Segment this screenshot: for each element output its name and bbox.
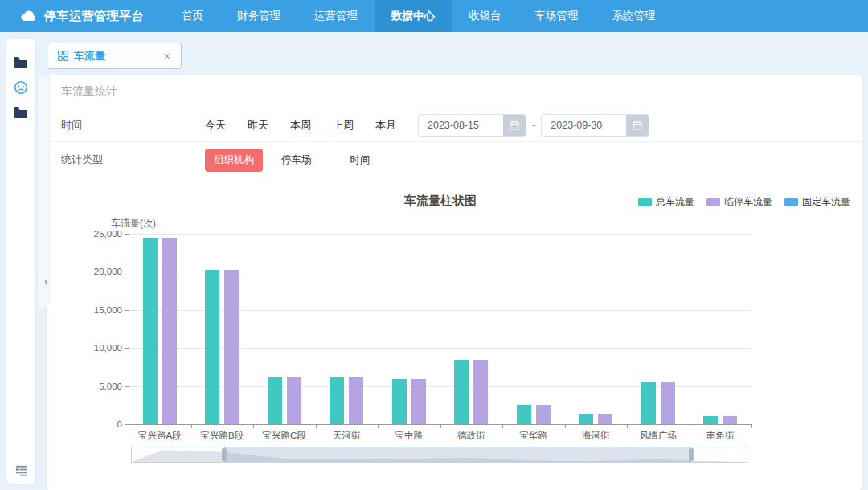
data-zoom-handle-left[interactable] [222, 448, 227, 461]
bar-总车流量-天河街[interactable] [330, 377, 344, 424]
date-from-input[interactable] [419, 115, 503, 136]
y-axis-tick [125, 234, 129, 235]
y-axis-tick [125, 348, 129, 349]
app-title: 停车运营管理平台 [44, 9, 144, 24]
gridline [129, 272, 751, 272]
bar-总车流量-南角街[interactable] [703, 416, 718, 424]
category-label: 德政街 [440, 430, 503, 442]
traffic-stats-panel: 车流量统计 时间 今天 昨天 本周 上周 本月 [47, 75, 862, 490]
legend-item-temporary[interactable]: 临停车流量 [706, 195, 772, 209]
quick-option-yesterday[interactable]: 昨天 [248, 118, 268, 133]
time-filter-label: 时间 [61, 118, 205, 133]
top-bar: 停车运营管理平台 首页 财务管理 运营管理 数据中心 收银台 车场管理 系统管理 [0, 0, 868, 32]
main-nav: 首页 财务管理 运营管理 数据中心 收银台 车场管理 系统管理 [165, 0, 673, 32]
nav-item-operations[interactable]: 运营管理 [297, 0, 375, 32]
folder-open-icon[interactable] [14, 105, 28, 120]
date-range-separator: - [532, 119, 535, 131]
data-zoom-handle-right[interactable] [689, 448, 694, 461]
x-axis-tick [751, 424, 752, 428]
y-tick-label: 15,000 [80, 305, 122, 315]
bar-临停车流量-天河街[interactable] [349, 377, 363, 424]
face-icon[interactable] [14, 80, 28, 95]
type-option-organization[interactable]: 组织机构 [205, 149, 263, 172]
icon-rail [6, 39, 35, 484]
bar-总车流量-风情广场[interactable] [641, 382, 656, 424]
x-axis-tick [191, 424, 192, 428]
bar-临停车流量-海河街[interactable] [598, 414, 612, 424]
bar-总车流量-宝华路[interactable] [517, 405, 531, 424]
category-label: 天河街 [316, 430, 379, 442]
date-to-box [541, 114, 649, 137]
category-label: 宝兴路C段 [253, 430, 316, 442]
legend-swatch-total [638, 198, 652, 206]
calendar-icon [510, 120, 519, 130]
nav-item-finance[interactable]: 财务管理 [220, 0, 297, 32]
gridline [129, 234, 751, 235]
bar-总车流量-宝兴路A段[interactable] [143, 238, 158, 424]
bar-临停车流量-宝兴路B段[interactable] [224, 270, 239, 424]
x-axis-tick [502, 424, 503, 428]
bar-总车流量-宝兴路B段[interactable] [205, 270, 219, 424]
bar-临停车流量-宝华路[interactable] [536, 405, 551, 424]
nav-item-home[interactable]: 首页 [165, 0, 220, 32]
tab-label: 车流量 [74, 49, 162, 63]
folder-icon[interactable] [14, 55, 28, 70]
bar-总车流量-海河街[interactable] [579, 414, 593, 424]
stat-type-label: 统计类型 [61, 153, 205, 167]
date-to-input[interactable] [542, 115, 626, 136]
quick-date-options: 今天 昨天 本周 上周 本月 [205, 118, 396, 133]
tab-traffic-flow[interactable]: 车流量 × [47, 43, 182, 69]
panel-heading: 车流量统计 [47, 75, 862, 108]
date-to-calendar-button[interactable] [626, 115, 649, 136]
x-axis-tick [316, 424, 317, 428]
data-zoom-window[interactable] [224, 447, 691, 462]
data-zoom-slider[interactable] [131, 447, 747, 463]
x-axis-tick [378, 424, 379, 428]
legend-item-total[interactable]: 总车流量 [638, 195, 694, 209]
bar-总车流量-宝中路[interactable] [392, 379, 407, 424]
bar-临停车流量-德政街[interactable] [473, 360, 488, 424]
category-label: 南角街 [690, 430, 752, 442]
y-axis-tick [125, 310, 129, 311]
bar-临停车流量-风情广场[interactable] [661, 382, 675, 424]
bar-总车流量-德政街[interactable] [454, 360, 469, 424]
y-axis-tick [125, 272, 129, 272]
legend-item-fixed[interactable]: 固定车流量 [784, 195, 850, 209]
brand: 停车运营管理平台 [0, 9, 165, 24]
bar-临停车流量-宝兴路C段[interactable] [287, 377, 301, 424]
nav-item-cashier[interactable]: 收银台 [452, 0, 518, 32]
quick-option-today[interactable]: 今天 [205, 118, 226, 133]
category-label: 宝中路 [378, 430, 440, 442]
x-axis-tick [129, 424, 129, 428]
date-range-picker: - [418, 114, 649, 137]
grid-icon [58, 51, 68, 61]
bar-临停车流量-宝中路[interactable] [411, 379, 426, 424]
expand-panel-chevron-icon[interactable]: › [40, 273, 51, 291]
nav-item-parking-lot[interactable]: 车场管理 [518, 0, 596, 32]
legend-swatch-fixed [784, 198, 798, 206]
nav-item-data-center[interactable]: 数据中心 [375, 0, 452, 32]
quick-option-this-week[interactable]: 本周 [290, 118, 311, 133]
quick-option-this-month[interactable]: 本月 [375, 118, 396, 133]
y-tick-label: 5,000 [80, 382, 122, 391]
quick-option-last-week[interactable]: 上周 [333, 118, 354, 133]
date-from-calendar-button[interactable] [503, 115, 526, 136]
date-from-box [418, 114, 526, 137]
category-label: 海河街 [565, 430, 628, 442]
bar-临停车流量-宝兴路A段[interactable] [162, 238, 177, 424]
menu-unfold-icon[interactable] [14, 463, 28, 477]
bar-总车流量-宝兴路C段[interactable] [268, 377, 282, 424]
gridline [129, 348, 751, 349]
y-tick-label: 0 [80, 419, 122, 429]
nav-item-system[interactable]: 系统管理 [596, 0, 673, 32]
y-axis-tick [125, 386, 129, 387]
y-tick-label: 10,000 [80, 343, 122, 353]
category-label: 宝兴路A段 [129, 430, 191, 442]
tab-close-icon[interactable]: × [162, 49, 173, 63]
type-option-parking-lot[interactable]: 停车场 [281, 149, 312, 172]
type-option-time[interactable]: 时间 [350, 149, 371, 172]
bar-临停车流量-南角街[interactable] [723, 416, 737, 424]
y-tick-label: 20,000 [80, 267, 122, 276]
x-axis-tick [627, 424, 628, 428]
stat-type-options: 组织机构 停车场 时间 [205, 149, 391, 172]
